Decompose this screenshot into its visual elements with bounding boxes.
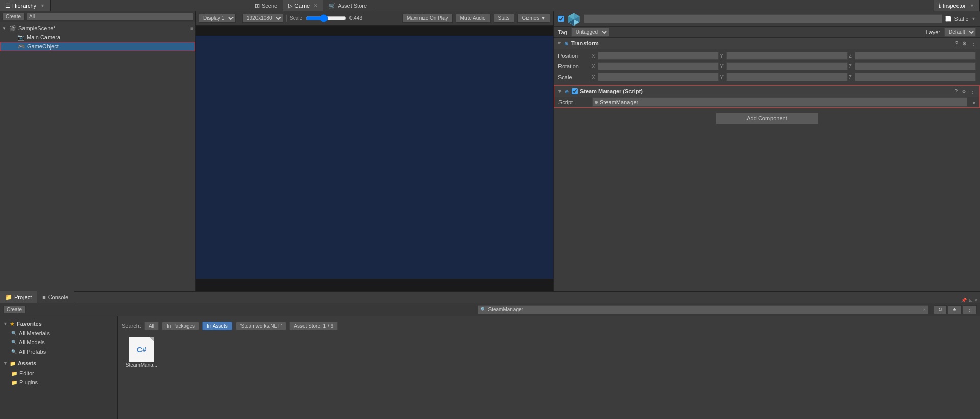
search-refresh-button[interactable]: ↻ bbox=[934, 305, 947, 314]
bottom-pin-button[interactable]: 📌 bbox=[961, 298, 967, 303]
filter-in-packages-button[interactable]: In Packages bbox=[162, 322, 199, 330]
rotation-x-axis: X 0 bbox=[592, 62, 719, 70]
assets-label: Assets bbox=[18, 360, 36, 366]
tab-inspector[interactable]: ℹ Inspector ▼ bbox=[934, 0, 980, 11]
scale-y-input[interactable]: 1 bbox=[726, 73, 847, 81]
position-z-input[interactable]: 0 bbox=[855, 52, 976, 60]
sidebar-item-all-materials[interactable]: 🔍 All Materials bbox=[0, 329, 117, 338]
transform-settings-button[interactable]: ⚙ bbox=[961, 41, 968, 46]
static-dropdown-arrow[interactable]: ▼ bbox=[971, 16, 976, 21]
gameobj-name: GameObject bbox=[27, 43, 59, 50]
all-prefabs-label: All Prefabs bbox=[19, 349, 46, 355]
hierarchy-search-input[interactable] bbox=[27, 13, 193, 21]
position-y-input[interactable]: 0 bbox=[726, 52, 847, 60]
steam-manager-collapse-arrow: ▼ bbox=[557, 89, 563, 94]
center-area: Display 1 1920x1080 Scale 0.443 Maximize… bbox=[196, 11, 553, 291]
tab-scene[interactable]: ⊞ Scene bbox=[250, 0, 283, 11]
rotation-y-input[interactable]: 0 bbox=[726, 62, 847, 70]
hierarchy-tab-close[interactable]: ▼ bbox=[40, 3, 45, 8]
script-circle-btn[interactable]: ● bbox=[970, 100, 975, 105]
tab-game[interactable]: ▷ Game ✕ bbox=[283, 0, 323, 11]
inspector-tag-row: Tag Untagged Layer Default bbox=[554, 27, 980, 38]
steam-manager-info-button[interactable]: ? bbox=[953, 89, 959, 94]
grid-icon: ⊞ bbox=[255, 3, 260, 9]
bottom-dock-button[interactable]: ⊡ bbox=[968, 298, 973, 303]
maximize-on-play-button[interactable]: Maximize On Play bbox=[402, 14, 453, 23]
hierarchy-scene-root[interactable]: ▼ 🎬 SampleScene* ≡ bbox=[0, 23, 195, 33]
display-select[interactable]: Display 1 bbox=[199, 14, 236, 23]
sidebar-item-editor[interactable]: 📁 Editor bbox=[0, 368, 117, 378]
toolbar-separator1 bbox=[239, 15, 239, 22]
editor-label: Editor bbox=[19, 370, 34, 376]
toolbar-separator2 bbox=[286, 15, 287, 22]
transform-info-button[interactable]: ? bbox=[954, 41, 959, 46]
position-x-input[interactable]: 0 bbox=[598, 52, 719, 60]
assets-header[interactable]: ▼ 📁 Assets bbox=[0, 358, 117, 368]
search-small-icon2: 🔍 bbox=[11, 340, 17, 345]
position-y-label: Y bbox=[720, 53, 725, 59]
scale-slider[interactable] bbox=[306, 14, 346, 22]
gizmos-button[interactable]: Gizmos ▼ bbox=[517, 14, 550, 23]
scale-z-input[interactable]: 1 bbox=[855, 73, 976, 81]
mute-audio-button[interactable]: Mute Audio bbox=[456, 14, 491, 23]
hierarchy-create-button[interactable]: Create bbox=[2, 13, 25, 20]
rotation-y-axis: Y 0 bbox=[720, 62, 847, 70]
filter-steamworks-button[interactable]: 'Steamworks.NET' bbox=[236, 322, 287, 330]
layer-select[interactable]: Default bbox=[944, 28, 976, 37]
tab-hierarchy[interactable]: ☰ Hierarchy ▼ bbox=[0, 0, 51, 11]
sidebar-item-plugins[interactable]: 📁 Plugins bbox=[0, 378, 117, 387]
position-fields: X 0 Y 0 Z 0 bbox=[592, 52, 976, 60]
inspector-tab-close[interactable]: ▼ bbox=[970, 3, 974, 8]
search-icon: 🔍 bbox=[480, 307, 486, 312]
project-search-input[interactable] bbox=[488, 307, 921, 312]
rotation-z-input[interactable]: 0 bbox=[855, 62, 976, 70]
search-clear-button[interactable]: × bbox=[923, 307, 926, 312]
hierarchy-item-main-camera[interactable]: 📷 Main Camera bbox=[0, 33, 195, 42]
rotation-z-label: Z bbox=[849, 64, 854, 69]
project-tab-label: Project bbox=[14, 294, 32, 300]
search-bookmark-button[interactable]: ★ bbox=[948, 305, 962, 314]
hierarchy-item-gameobject[interactable]: 🎮 GameObject bbox=[0, 42, 195, 51]
scene-menu-icon[interactable]: ≡ bbox=[190, 26, 193, 31]
add-component-button[interactable]: Add Component bbox=[716, 113, 818, 124]
asset-item-steam-manager[interactable]: C# SteamMana... bbox=[124, 337, 159, 368]
steam-manager-icon: ⊕ bbox=[565, 89, 569, 94]
game-tab-close[interactable]: ✕ bbox=[314, 3, 318, 8]
search-more-button[interactable]: ⋮ bbox=[963, 305, 977, 314]
steam-manager-settings-button[interactable]: ⚙ bbox=[961, 89, 967, 94]
tag-select[interactable]: Untagged bbox=[571, 28, 609, 37]
bottom-tabs: 📁 Project ≡ Console 📌 ⊡ × bbox=[0, 292, 980, 303]
tab-console[interactable]: ≡ Console bbox=[37, 291, 74, 303]
position-x-axis: X 0 bbox=[592, 52, 719, 60]
steam-manager-more-button[interactable]: ⋮ bbox=[969, 89, 976, 94]
asset-name-steam-manager: SteamMana... bbox=[126, 362, 157, 368]
static-checkbox[interactable] bbox=[945, 16, 951, 22]
resolution-select[interactable]: 1920x1080 bbox=[242, 14, 283, 23]
filter-in-assets-button[interactable]: In Assets bbox=[202, 322, 232, 330]
hierarchy-toolbar: Create bbox=[0, 11, 195, 22]
tab-project[interactable]: 📁 Project bbox=[0, 291, 37, 303]
game-toolbar: Display 1 1920x1080 Scale 0.443 Maximize… bbox=[196, 11, 553, 26]
project-create-button[interactable]: Create bbox=[3, 306, 26, 313]
csharp-file-icon: C# bbox=[129, 337, 154, 362]
scale-x-input[interactable]: 1 bbox=[598, 73, 719, 81]
stats-button[interactable]: Stats bbox=[494, 14, 515, 23]
favorites-header[interactable]: ▼ ★ Favorites bbox=[0, 318, 117, 329]
bottom-close-button[interactable]: × bbox=[974, 298, 978, 303]
filter-asset-store-button[interactable]: Asset Store: 1 / 6 bbox=[289, 322, 338, 330]
hierarchy-content: ▼ 🎬 SampleScene* ≡ 📷 Main Camera 🎮 GameO… bbox=[0, 22, 195, 291]
rotation-x-input[interactable]: 0 bbox=[598, 62, 719, 70]
gameobject-active-checkbox[interactable] bbox=[558, 16, 564, 22]
tab-asset-store[interactable]: 🛒 Asset Store bbox=[323, 0, 372, 11]
sidebar-item-all-prefabs[interactable]: 🔍 All Prefabs bbox=[0, 347, 117, 356]
bottom-toolbar: Create 🔍 × ↻ ★ ⋮ bbox=[0, 303, 980, 316]
steam-manager-header[interactable]: ▼ ⊕ Steam Manager (Script) ? ⚙ ⋮ bbox=[554, 86, 979, 97]
script-value-field: SteamManager bbox=[592, 97, 967, 107]
transform-header[interactable]: ▼ ⊕ Transform ? ⚙ ⋮ bbox=[554, 38, 980, 49]
favorites-label: Favorites bbox=[17, 321, 42, 327]
steam-manager-active-checkbox[interactable] bbox=[572, 88, 578, 94]
sidebar-item-all-models[interactable]: 🔍 All Models bbox=[0, 338, 117, 347]
filter-all-button[interactable]: All bbox=[144, 322, 159, 330]
gameobject-name-field[interactable]: GameObject bbox=[584, 14, 942, 23]
transform-more-button[interactable]: ⋮ bbox=[970, 41, 977, 46]
